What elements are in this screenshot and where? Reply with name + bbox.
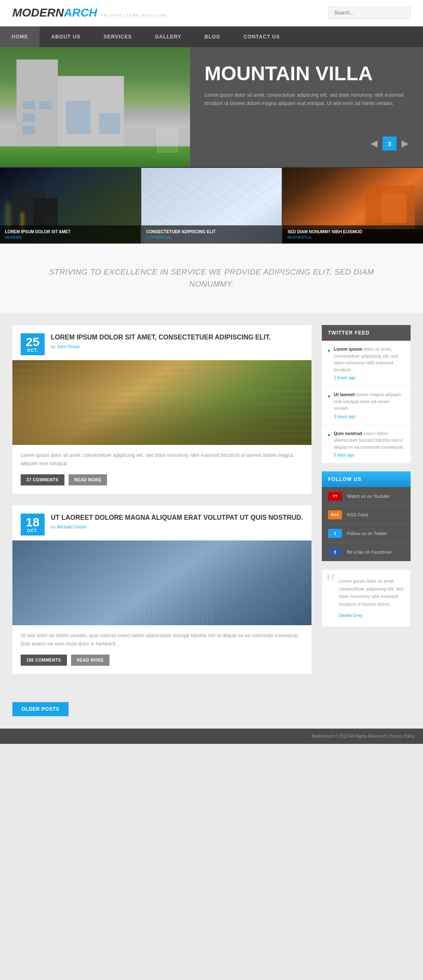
thumb-title-1: LOREM IPSUM DOLOR SIT AMET [5, 229, 135, 234]
post-info-1: LOREM IPSUM DOLOR SIT AMET, CONSECTETUER… [51, 333, 271, 349]
tweet-icon-2: ▸ [328, 392, 331, 420]
rss-label: RSS Feed [347, 512, 368, 517]
post-title-2: UT LAOREET DOLORE MAGNA ALIQUAM ERAT VOL… [51, 514, 303, 522]
footer: ModernArch © 2012 All Rights Reserved | … [0, 729, 423, 744]
thumb-cat-3: RESIDENTIAL [288, 235, 418, 239]
nav-about[interactable]: ABOUT US [40, 26, 92, 47]
thumb-item-2[interactable]: CONSECTETUER ADIPISCING ELIT COMMERCIAL [140, 168, 282, 244]
logo: MODERN ARCH ARCHITECTURE MAGAZINE [12, 6, 167, 19]
follow-youtube[interactable]: YT Watch us on Youtube [322, 487, 411, 506]
follow-twitter[interactable]: t Follow us on Twitter [322, 524, 411, 543]
older-posts-section: OLDER POSTS [0, 698, 423, 729]
youtube-label: Watch us on Youtube [347, 494, 390, 499]
older-posts-button[interactable]: OLDER POSTS [12, 702, 69, 716]
read-more-button-1[interactable]: READ MORE [69, 474, 107, 485]
date-box-2: 18 OCT. [21, 514, 45, 535]
post-day-2: 18 [23, 516, 43, 528]
comments-button-2[interactable]: 186 COMMENTS [21, 655, 67, 666]
twitter-label: Follow us on Twitter [347, 531, 387, 536]
twitter-feed-section: TWITTER FEED ▸ Lorem ipsum dolor sit ame… [322, 325, 411, 463]
logo-modern: MODERN [12, 6, 64, 19]
thumb-overlay-1: LOREM IPSUM DOLOR SIT AMET MODERN [0, 225, 140, 244]
slider-image [0, 47, 190, 167]
twitter-feed-header: TWITTER FEED [322, 325, 411, 341]
follow-us-section: FOLLOW US YT Watch us on Youtube RSS RSS… [322, 471, 411, 561]
sidebar: TWITTER FEED ▸ Lorem ipsum dolor sit ame… [322, 325, 411, 686]
tweet-2: ▸ Ut laoreet dolore magna aliquam erat v… [322, 386, 411, 425]
logo-subtitle: ARCHITECTURE MAGAZINE [100, 13, 167, 17]
post-text-1: Lorem ipsum dolor sit amet, consectetuer… [12, 445, 311, 474]
quote-author: Daniel Grey [339, 612, 404, 619]
follow-rss[interactable]: RSS RSS Feed [322, 506, 411, 524]
tweet-icon-1: ▸ [328, 346, 331, 381]
blog-post-1: 25 OCT. LOREM IPSUM DOLOR SIT AMET, CONS… [12, 325, 311, 494]
thumb-item-1[interactable]: LOREM IPSUM DOLOR SIT AMET MODERN [0, 168, 140, 244]
post-title-1: LOREM IPSUM DOLOR SIT AMET, CONSECTETUER… [51, 333, 271, 342]
nav-blog[interactable]: BLOG [193, 26, 232, 47]
tagline-text: STRIVING TO EXCELLENCE IN SERVICE WE PRO… [41, 266, 382, 290]
post-author-1: by John Snow [51, 344, 271, 349]
blog-post-2: 18 OCT. UT LAOREET DOLORE MAGNA ALIQUAM … [12, 505, 311, 674]
date-box-1: 25 OCT. [21, 333, 45, 355]
post-info-2: UT LAOREET DOLORE MAGNA ALIQUAM ERAT VOL… [51, 514, 303, 529]
tweet-1: ▸ Lorem ipsum dolor sit amet, consectetu… [322, 341, 411, 386]
header: MODERN ARCH ARCHITECTURE MAGAZINE [0, 0, 423, 26]
slider-text: Lorem ipsum dolor sit amet, consectetuer… [204, 91, 409, 108]
facebook-label: Be a fan on Facebook [347, 550, 392, 555]
thumb-cat-2: COMMERCIAL [146, 235, 277, 239]
next-arrow[interactable]: ▶ [402, 138, 409, 149]
tagline-section: STRIVING TO EXCELLENCE IN SERVICE WE PRO… [0, 244, 423, 313]
comments-button-1[interactable]: 37 COMMENTS [21, 474, 64, 485]
thumb-overlay-2: CONSECTETUER ADIPISCING ELIT COMMERCIAL [141, 225, 282, 244]
slide-number: 3 [383, 136, 397, 151]
post-image-1 [12, 360, 311, 445]
nav-contact[interactable]: CONTACT US [232, 26, 292, 47]
thumb-cat-1: MODERN [5, 235, 135, 239]
quote-box: " Lorem ipsum dolor sit amet, consectetu… [322, 569, 411, 627]
youtube-icon: YT [328, 492, 342, 501]
nav-home[interactable]: HOME [0, 26, 40, 47]
post-author-2: by Michael Green [51, 524, 303, 529]
main-area: 25 OCT. LOREM IPSUM DOLOR SIT AMET, CONS… [0, 313, 423, 698]
slider-content: MOUNTAIN VILLA Lorem ipsum dolor sit ame… [190, 47, 423, 167]
blog-area: 25 OCT. LOREM IPSUM DOLOR SIT AMET, CONS… [12, 325, 311, 686]
follow-list: YT Watch us on Youtube RSS RSS Feed t Fo… [322, 487, 411, 561]
thumb-title-3: SED DIAM NONUMMY NIBH EUISMOD [288, 229, 418, 234]
hero-slider: MOUNTAIN VILLA Lorem ipsum dolor sit ame… [0, 47, 423, 167]
follow-us-header: FOLLOW US [322, 471, 411, 487]
prev-arrow[interactable]: ◀ [371, 138, 378, 149]
footer-text: ModernArch © 2012 All Rights Reserved | … [311, 734, 415, 739]
post-text-2: Ut wisi enim ad minim veniam, quis nostr… [12, 625, 311, 655]
tweet-3: ▸ Quis nostrud exerci tation ullamcorper… [322, 425, 411, 464]
rss-icon: RSS [328, 510, 342, 519]
read-more-button-2[interactable]: READ MORE [71, 655, 110, 666]
twitter-icon: t [328, 529, 342, 538]
quote-text: Lorem ipsum dolor sit amet, consectetuer… [339, 577, 404, 608]
nav-services[interactable]: SERVICES [92, 26, 143, 47]
post-day-1: 25 [23, 336, 43, 348]
thumb-overlay-3: SED DIAM NONUMMY NIBH EUISMOD RESIDENTIA… [283, 225, 423, 244]
thumb-item-3[interactable]: SED DIAM NONUMMY NIBH EUISMOD RESIDENTIA… [282, 168, 423, 244]
tweet-time-3: 5 days ago [334, 452, 404, 458]
tweet-icon-3: ▸ [328, 430, 331, 459]
main-nav: HOME ABOUT US SERVICES GALLERY BLOG CONT… [0, 26, 423, 47]
post-image-2 [12, 540, 311, 625]
nav-gallery[interactable]: GALLERY [143, 26, 193, 47]
post-month-1: OCT. [23, 348, 43, 353]
thumbnail-grid: LOREM IPSUM DOLOR SIT AMET MODERN CONSEC… [0, 167, 423, 244]
slider-title: MOUNTAIN VILLA [204, 64, 409, 84]
thumb-title-2: CONSECTETUER ADIPISCING ELIT [146, 229, 277, 234]
slider-nav: ◀ 3 ▶ [204, 136, 409, 151]
quote-mark: " [326, 570, 336, 595]
logo-arch: ARCH [64, 6, 97, 19]
post-month-2: OCT. [23, 528, 43, 533]
tweet-time-1: 2 hours ago [334, 375, 404, 381]
search-input[interactable] [328, 7, 411, 19]
tweet-list: ▸ Lorem ipsum dolor sit amet, consectetu… [322, 341, 411, 463]
tweet-time-2: 3 hours ago [334, 414, 404, 420]
follow-facebook[interactable]: f Be a fan on Facebook [322, 543, 411, 561]
facebook-icon: f [328, 547, 342, 557]
